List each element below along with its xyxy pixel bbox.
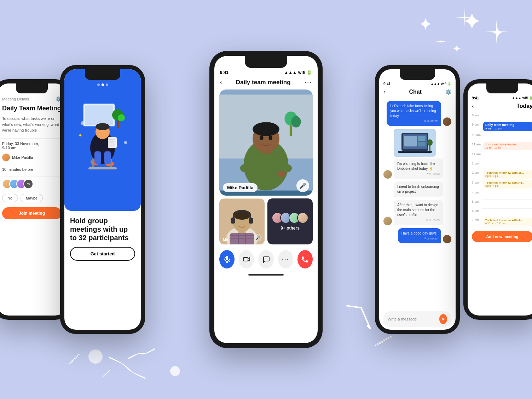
phone4-signal: ▲▲▲ xyxy=(430,82,440,86)
calendar-timeline: 8 am 9 am Daily team meeting9 am - 10 am… xyxy=(468,111,532,228)
deco-line-1 xyxy=(108,354,148,381)
phone1-description: To discuss what tasks we're on, what's n… xyxy=(2,116,62,133)
self-mute-icon: 🎤 xyxy=(254,234,262,242)
time-12am: 12 am xyxy=(472,152,482,156)
more-options-button[interactable]: ··· xyxy=(305,79,312,86)
svg-point-17 xyxy=(124,141,127,144)
star-deco-1 xyxy=(482,18,511,47)
svg-rect-1 xyxy=(85,105,113,125)
star-deco-3 xyxy=(435,35,447,49)
svg-point-34 xyxy=(240,163,256,173)
event-1to1[interactable]: 1-to-1 with Mike Padilla11 am - 12 am xyxy=(483,142,532,150)
mute-button[interactable] xyxy=(219,250,235,268)
illustration-svg: ✦ xyxy=(73,97,133,174)
svg-point-30 xyxy=(253,122,279,136)
time-11am: 11 am xyxy=(472,142,482,146)
svg-point-4 xyxy=(96,123,110,130)
phone4-notch xyxy=(400,69,435,80)
send-button[interactable]: ➤ xyxy=(439,314,447,324)
svg-rect-12 xyxy=(88,167,117,169)
phone5-notch xyxy=(486,83,518,93)
dot-3[interactable] xyxy=(106,83,108,86)
event-daily-meeting[interactable]: Daily team meeting9 am - 10 am xyxy=(483,122,532,131)
svg-rect-14 xyxy=(104,151,111,164)
deco-circle-1 xyxy=(170,366,180,378)
svg-point-7 xyxy=(118,114,125,121)
svg-point-32 xyxy=(268,135,272,140)
svg-rect-33 xyxy=(254,154,277,186)
end-call-button[interactable] xyxy=(297,250,313,268)
more-button[interactable]: ··· xyxy=(278,250,293,268)
phone5-signal: ▲▲▲ xyxy=(512,96,521,100)
message-4: After that, I want to design the main sc… xyxy=(394,200,443,225)
chat-back-button[interactable]: ‹ xyxy=(383,89,385,95)
deco-line-3 xyxy=(339,301,378,332)
phone1-screen-title: Meeting Details xyxy=(2,97,29,101)
chat-button[interactable] xyxy=(258,250,273,268)
others-avatar-group xyxy=(272,212,308,224)
svg-rect-57 xyxy=(398,151,432,153)
message-1: Let's each take turns telling you what t… xyxy=(387,101,441,126)
svg-rect-13 xyxy=(94,151,101,164)
join-meeting-button[interactable]: Join meeting xyxy=(2,207,62,219)
main-person-video xyxy=(219,89,313,196)
svg-point-36 xyxy=(277,171,286,177)
time-9am: 9 am xyxy=(472,122,482,126)
chat-messages-list: Let's each take turns telling you what t… xyxy=(379,98,456,246)
time-5pm: 5 pm xyxy=(472,199,482,203)
event-interview-1[interactable]: Technical interview with Ja...2 pm - 3 p… xyxy=(483,170,532,179)
battery-icon: 🔋 xyxy=(307,70,312,75)
phone5-time: 9:41 xyxy=(472,96,479,100)
msg2-text: I'm planning to finish the Dribbble shot… xyxy=(397,161,440,171)
svg-rect-53 xyxy=(243,258,248,261)
message-5: Have a good day guys! 👁 2 09:35 xyxy=(398,228,441,243)
self-video: Me 🎤 xyxy=(219,198,265,244)
main-mic-button[interactable]: 🎤 xyxy=(296,179,309,192)
svg-rect-60 xyxy=(418,142,426,146)
msg1-text: Let's each take turns telling you what t… xyxy=(390,104,438,118)
phone5-wifi: wifi xyxy=(522,96,528,100)
message-input[interactable] xyxy=(388,317,436,321)
time-6pm: 6 pm xyxy=(472,208,482,213)
phone-chat: 9:41 ▲▲▲ wifi 🔋 ‹ Chat ⚙️ Let's each tak… xyxy=(375,65,460,334)
add-meeting-button[interactable]: Add new meeting xyxy=(472,231,532,242)
dot-2[interactable] xyxy=(102,83,104,86)
svg-rect-58 xyxy=(404,136,417,146)
no-button[interactable]: No xyxy=(2,194,18,202)
dot-1[interactable] xyxy=(97,83,100,86)
chat-title: Chat xyxy=(409,89,422,95)
self-label: Me xyxy=(223,237,228,242)
phone-onboarding: ✦ Hold group meetings with up to 32 part… xyxy=(60,65,145,334)
maybe-button[interactable]: Maybe xyxy=(21,194,43,202)
msg3-text: I need to finish onboarding on a project xyxy=(397,184,440,194)
organizer-name: Mike Padilla xyxy=(12,155,33,160)
svg-point-31 xyxy=(260,135,264,140)
svg-point-16 xyxy=(81,121,84,125)
more-attendees: +6 xyxy=(23,179,33,189)
others-video: 9+ others xyxy=(267,198,313,244)
time-4pm: 4 pm xyxy=(472,190,482,194)
phone3-time: 9:41 xyxy=(220,70,229,75)
get-started-button[interactable]: Get started xyxy=(70,247,135,261)
camera-button[interactable] xyxy=(239,250,254,268)
phone-calendar: 9:41 ▲▲▲ wifi 🔋 ‹ Today 8 am 9 am Daily … xyxy=(463,79,532,320)
chat-image xyxy=(394,129,436,157)
event-interview-2[interactable]: Technical interview with Ali...3 pm - 4 … xyxy=(483,180,532,189)
time-10am: 10 am xyxy=(472,133,482,137)
home-indicator xyxy=(248,274,284,276)
message-3: I need to finish onboarding on a project xyxy=(394,181,443,197)
attendees-group: +6 xyxy=(2,179,62,189)
svg-rect-59 xyxy=(418,136,426,141)
phone1-notch xyxy=(16,83,48,93)
time-8am: 8 am xyxy=(472,113,482,117)
phone1-meeting-name: Daily Team Meeting xyxy=(2,105,62,112)
back-button[interactable]: ‹ xyxy=(220,79,222,86)
phone1-reminder: 10 minutes before xyxy=(2,167,62,172)
time-7pm: 7 pm xyxy=(472,218,482,222)
svg-text:✦: ✦ xyxy=(78,132,82,138)
cal-back-button[interactable]: ‹ xyxy=(472,103,474,109)
chat-settings-icon[interactable]: ⚙️ xyxy=(445,89,451,95)
event-interview-3[interactable]: Technical interview with An...6:30 pm - … xyxy=(483,218,532,226)
star-deco-2 xyxy=(454,7,475,30)
phone1-date: Friday, 03 November,9-10 am xyxy=(2,141,62,150)
